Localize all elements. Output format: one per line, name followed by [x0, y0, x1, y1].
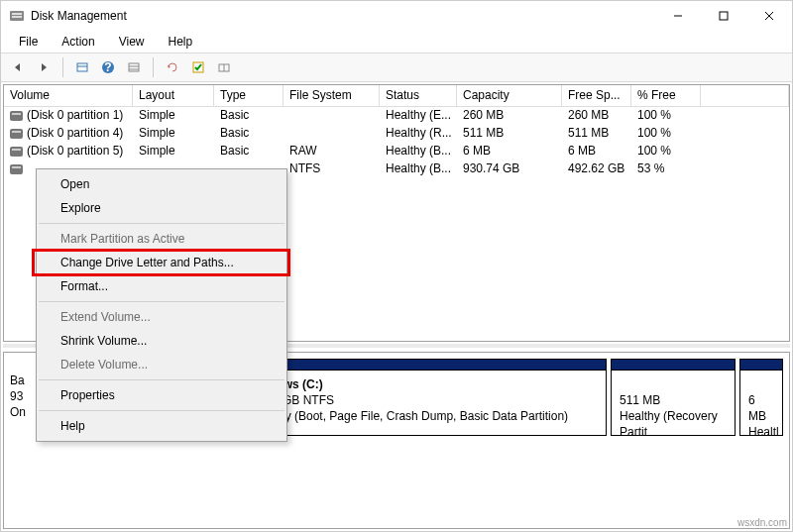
- menu-file[interactable]: File: [9, 33, 48, 51]
- cm-help[interactable]: Help: [37, 414, 286, 438]
- forward-button[interactable]: [33, 56, 55, 78]
- table-row[interactable]: (Disk 0 partition 1)SimpleBasicHealthy (…: [4, 107, 789, 125]
- svg-text:?: ?: [104, 60, 111, 74]
- partition-box[interactable]: 6 MB Healtl: [739, 371, 783, 436]
- minimize-button[interactable]: [655, 1, 701, 31]
- cm-format[interactable]: Format...: [37, 274, 286, 298]
- app-icon: [9, 8, 25, 24]
- col-layout[interactable]: Layout: [133, 85, 214, 106]
- cm-shrink-volume[interactable]: Shrink Volume...: [37, 329, 286, 353]
- watermark: wsxdn.com: [737, 517, 787, 528]
- partition-box[interactable]: 511 MB Healthy (Recovery Partit: [611, 371, 736, 436]
- partition-box[interactable]: lows (C:) 4 GB NTFS lthy (Boot, Page Fil…: [264, 371, 607, 436]
- toolbar-check-icon[interactable]: [187, 56, 209, 78]
- cm-open[interactable]: Open: [37, 172, 286, 196]
- cm-change-drive-letter[interactable]: Change Drive Letter and Paths...: [37, 251, 286, 274]
- refresh-icon[interactable]: [162, 56, 183, 78]
- toolbar-list-icon[interactable]: [123, 56, 145, 78]
- cm-delete-volume: Delete Volume...: [37, 353, 286, 376]
- col-free[interactable]: Free Sp...: [562, 85, 631, 106]
- menu-help[interactable]: Help: [159, 33, 203, 51]
- svg-rect-4: [720, 12, 728, 20]
- help-icon[interactable]: ?: [97, 56, 119, 78]
- col-type[interactable]: Type: [214, 85, 283, 106]
- svg-rect-7: [77, 63, 87, 71]
- volume-icon: [10, 129, 23, 139]
- context-menu: Open Explore Mark Partition as Active Ch…: [36, 168, 287, 442]
- col-fs[interactable]: File System: [283, 85, 380, 106]
- toolbar-grid-icon[interactable]: [213, 56, 235, 78]
- volume-icon: [10, 111, 23, 121]
- table-row[interactable]: (Disk 0 partition 5)SimpleBasicRAWHealth…: [4, 143, 789, 160]
- menu-view[interactable]: View: [109, 33, 155, 51]
- col-capacity[interactable]: Capacity: [457, 85, 562, 106]
- col-status[interactable]: Status: [380, 85, 457, 106]
- back-button[interactable]: [7, 56, 29, 78]
- close-button[interactable]: [746, 1, 792, 31]
- menu-action[interactable]: Action: [52, 33, 104, 51]
- svg-rect-2: [12, 16, 22, 18]
- svg-rect-11: [129, 63, 139, 71]
- col-pct[interactable]: % Free: [631, 85, 701, 106]
- col-volume[interactable]: Volume: [4, 85, 133, 106]
- cm-properties[interactable]: Properties: [37, 383, 286, 407]
- maximize-button[interactable]: [701, 1, 746, 31]
- volume-icon: [10, 147, 23, 157]
- cm-mark-active: Mark Partition as Active: [37, 227, 286, 251]
- window-title: Disk Management: [31, 9, 127, 23]
- table-row[interactable]: (Disk 0 partition 4)SimpleBasicHealthy (…: [4, 125, 789, 143]
- cm-extend-volume: Extend Volume...: [37, 305, 286, 329]
- volume-icon: [10, 164, 23, 174]
- cm-explore[interactable]: Explore: [37, 196, 286, 220]
- svg-rect-1: [12, 13, 22, 15]
- toolbar-view-icon[interactable]: [71, 56, 93, 78]
